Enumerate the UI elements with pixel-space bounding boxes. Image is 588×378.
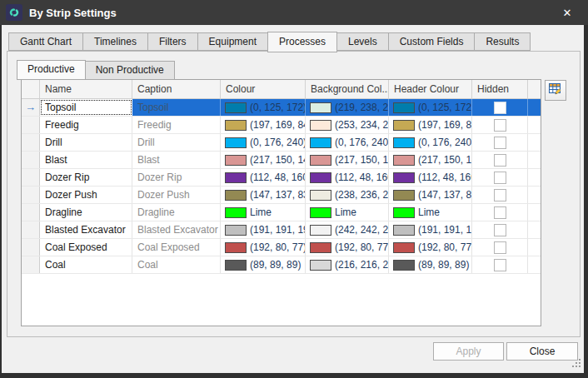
cell-caption[interactable]: Drill xyxy=(132,134,221,151)
cell-header-colour[interactable]: (89, 89, 89) xyxy=(389,256,472,273)
table-row[interactable]: DrillDrill(0, 176, 240)(0, 176, 240)(0, … xyxy=(22,134,541,152)
table-row[interactable]: Dozer RipDozer Rip(112, 48, 160)(112, 48… xyxy=(22,169,541,187)
cell-caption[interactable]: Topsoil xyxy=(132,99,221,116)
cell-colour[interactable]: (0, 125, 172) xyxy=(221,99,306,116)
cell-header-colour[interactable]: (112, 48, 160) xyxy=(389,169,472,186)
table-row[interactable]: DraglineDraglineLimeLimeLime xyxy=(22,204,541,221)
hidden-checkbox[interactable] xyxy=(494,241,506,254)
cell-background-colour[interactable]: Lime xyxy=(306,204,389,221)
cell-background-colour[interactable]: (216, 216, 21 xyxy=(306,256,389,273)
window-title: By Strip Settings xyxy=(29,7,117,19)
table-row[interactable]: Coal ExposedCoal Exposed(192, 80, 77)(19… xyxy=(22,239,541,256)
header-hidden[interactable]: Hidden xyxy=(472,80,528,98)
cell-name[interactable]: Coal Exposed xyxy=(40,239,132,256)
cell-header-colour[interactable]: (197, 169, 84) xyxy=(389,117,472,133)
hidden-checkbox[interactable] xyxy=(494,224,506,236)
table-row[interactable]: FreedigFreedig(197, 169, 84)(253, 234, 2… xyxy=(22,117,541,134)
cell-colour[interactable]: Lime xyxy=(221,204,306,221)
hidden-checkbox[interactable] xyxy=(494,154,506,167)
cell-name[interactable]: Topsoil xyxy=(40,99,132,116)
table-row[interactable]: CoalCoal(89, 89, 89)(216, 216, 21(89, 89… xyxy=(22,256,541,274)
hidden-checkbox[interactable] xyxy=(494,119,506,132)
table-row[interactable]: BlastBlast(217, 150, 14(217, 150, 14(217… xyxy=(22,152,541,169)
cell-name[interactable]: Dragline xyxy=(40,204,132,221)
cell-background-colour[interactable]: (192, 80, 77) xyxy=(306,239,389,256)
cell-name[interactable]: Dozer Push xyxy=(40,187,132,203)
subtab-non-productive[interactable]: Non Productive xyxy=(85,61,175,80)
cell-header-colour[interactable]: (191, 191, 19 xyxy=(389,221,472,238)
hidden-checkbox[interactable] xyxy=(494,259,506,271)
cell-background-colour[interactable]: (242, 242, 24 xyxy=(306,221,389,238)
cell-colour[interactable]: (112, 48, 160) xyxy=(221,169,306,186)
cell-colour[interactable]: (191, 191, 19 xyxy=(221,221,306,238)
row-filler xyxy=(528,99,541,116)
cell-caption[interactable]: Dozer Push xyxy=(132,187,221,203)
cell-name[interactable]: Blast xyxy=(40,152,132,168)
cell-header-colour[interactable]: (0, 125, 172) xyxy=(389,99,472,116)
cell-background-colour[interactable]: (112, 48, 160) xyxy=(306,169,389,186)
header-background-colour[interactable]: Background Col... xyxy=(306,80,389,98)
customize-columns-button[interactable] xyxy=(545,80,566,101)
hidden-checkbox[interactable] xyxy=(494,189,506,201)
cell-background-colour[interactable]: (238, 236, 22 xyxy=(306,187,389,203)
header-header-colour[interactable]: Header Colour xyxy=(389,80,472,98)
resize-grip[interactable] xyxy=(572,356,581,371)
cell-name[interactable]: Coal xyxy=(40,256,132,273)
cell-colour[interactable]: (0, 176, 240) xyxy=(221,134,306,151)
cell-background-colour[interactable]: (253, 234, 21 xyxy=(306,117,389,133)
cell-colour[interactable]: (192, 80, 77) xyxy=(221,239,306,256)
hidden-checkbox[interactable] xyxy=(494,137,506,149)
cell-name[interactable]: Freedig xyxy=(40,117,132,133)
cell-caption[interactable]: Blast xyxy=(132,152,221,168)
cell-background-colour[interactable]: (217, 150, 14 xyxy=(306,152,389,168)
cell-header-colour[interactable]: Lime xyxy=(389,204,472,221)
cell-caption[interactable]: Blasted Excavator xyxy=(132,221,221,238)
cell-background-colour[interactable]: (0, 176, 240) xyxy=(306,134,389,151)
cell-caption[interactable]: Coal xyxy=(132,256,221,273)
table-row[interactable]: Blasted ExcavatorBlasted Excavator(191, … xyxy=(22,221,541,239)
tab-gantt-chart[interactable]: Gantt Chart xyxy=(8,32,83,51)
cell-header-colour[interactable]: (217, 150, 14 xyxy=(389,152,472,168)
table-row[interactable]: →TopsoilTopsoil(0, 125, 172)(219, 238, 2… xyxy=(22,99,541,117)
tab-timelines[interactable]: Timelines xyxy=(82,32,148,51)
cell-header-colour-value: (217, 150, 14 xyxy=(418,152,472,168)
cell-colour[interactable]: (147, 137, 83) xyxy=(221,187,306,203)
header-caption[interactable]: Caption xyxy=(132,80,221,98)
cell-name[interactable]: Dozer Rip xyxy=(40,169,132,186)
cell-header-colour[interactable]: (192, 80, 77) xyxy=(389,239,472,256)
cell-name[interactable]: Drill xyxy=(40,134,132,151)
header-name[interactable]: Name xyxy=(40,80,132,98)
cell-header-colour[interactable]: (147, 137, 83) xyxy=(389,187,472,203)
cell-caption[interactable]: Coal Exposed xyxy=(132,239,221,256)
cell-header-colour[interactable]: (0, 176, 240) xyxy=(389,134,472,151)
close-icon[interactable]: ✕ xyxy=(553,0,581,25)
tab-levels[interactable]: Levels xyxy=(336,32,389,51)
tab-processes[interactable]: Processes xyxy=(267,32,337,52)
cell-background-colour[interactable]: (219, 238, 22 xyxy=(306,99,389,116)
tab-filters[interactable]: Filters xyxy=(147,32,198,51)
hidden-checkbox[interactable] xyxy=(494,102,506,114)
table-row[interactable]: Dozer PushDozer Push(147, 137, 83)(238, … xyxy=(22,187,541,204)
close-button[interactable]: Close xyxy=(506,342,578,361)
cell-colour[interactable]: (217, 150, 14 xyxy=(221,152,306,168)
row-filler xyxy=(528,117,541,133)
header-colour[interactable]: Colour xyxy=(221,80,306,98)
cell-colour[interactable]: (197, 169, 84) xyxy=(221,117,306,133)
cell-caption[interactable]: Dragline xyxy=(132,204,221,221)
apply-button[interactable]: Apply xyxy=(433,342,504,361)
cell-colour[interactable]: (89, 89, 89) xyxy=(221,256,306,273)
subtab-productive[interactable]: Productive xyxy=(17,60,86,80)
hidden-checkbox[interactable] xyxy=(494,206,506,219)
tab-custom-fields[interactable]: Custom Fields xyxy=(388,32,476,51)
cell-colour-swatch xyxy=(225,155,247,166)
cell-background-colour-swatch xyxy=(310,190,331,201)
cell-name[interactable]: Blasted Excavator xyxy=(40,221,132,238)
hidden-checkbox[interactable] xyxy=(494,172,506,184)
tab-results[interactable]: Results xyxy=(474,32,531,51)
cell-hidden xyxy=(472,169,528,186)
cell-header-colour-value: (89, 89, 89) xyxy=(418,256,469,273)
tab-equipment[interactable]: Equipment xyxy=(197,32,268,51)
cell-caption[interactable]: Dozer Rip xyxy=(132,169,221,186)
cell-caption[interactable]: Freedig xyxy=(132,117,221,133)
cell-colour-swatch xyxy=(225,137,247,148)
